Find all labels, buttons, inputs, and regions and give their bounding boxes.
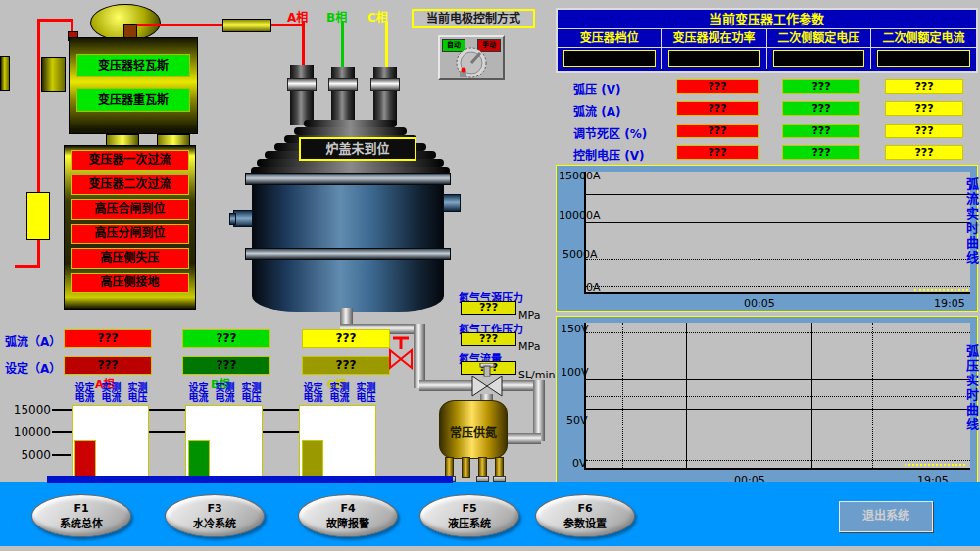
arc-voltage-trend-chart: 150V 100V 50V 0V 00:05 19:05 弧压实时曲线 [556,316,978,490]
y-tick: 5000A [563,248,598,261]
electrode-clamp-c [370,78,400,91]
col-header: 实测电流 [328,383,351,403]
pipe-segment [419,380,476,391]
fkey-label: F6 [536,502,634,515]
fkey-label: F4 [299,502,397,515]
setpoint-a: ??? [64,356,152,375]
param-value-box [564,50,656,67]
gridline [586,332,970,333]
tank-leg [462,457,470,478]
alarm-lamp-voltage-loss: 高压侧失压 [71,248,189,269]
phase-a-label: A相 [287,8,308,25]
alarm-lamp-breaker-open: 高压分闸到位 [71,224,189,244]
transformer-light-gas-lamp: 变压器轻瓦斯 [76,54,190,77]
electrode-c [373,67,397,125]
params-table-title: 当前变压器工作参数 [558,10,976,29]
bar-panel-c [299,405,376,477]
manual-valve-icon[interactable] [388,335,414,371]
transformer-terminal [123,24,137,38]
gridline [586,222,970,223]
gridline [586,460,970,461]
transformer-bushing [41,57,66,92]
phase-c-drop-wire [385,22,388,71]
params-table-values [558,48,976,69]
setpoint-c: ??? [302,356,390,375]
arc-current-trend-chart: 15000A 10000A 5000A 0A 00:05 19:05 弧流实时曲… [556,165,978,312]
arc-voltage-label: 弧压 (V) [573,80,620,97]
fbtn-label: 参数设置 [536,515,634,530]
arc-current-a: ??? [64,329,152,348]
arc-voltage-trend-title: 弧压实时曲线 [962,344,980,470]
tank-leg [478,457,487,478]
bar-panel-a [72,405,149,477]
mode-selector-knob[interactable] [454,44,489,79]
footer-button-f3-water-cooling[interactable]: F3 水冷系统 [165,494,265,537]
trend-plot-area [584,323,970,470]
n2-working-pressure-value: ??? [461,332,516,346]
x-tick: 00:05 [744,297,775,310]
footer-button-f4-fault-alarm[interactable]: F4 故障报警 [298,494,398,537]
gridline [586,259,970,260]
alarm-lamp-ground-fault: 高压侧接地 [71,273,189,293]
col-header: 实测电流 [100,383,122,403]
col-apparent-power: 变压器视在功率 [662,29,767,47]
footer-button-f1-system-overview[interactable]: F1 系统总体 [31,494,131,537]
electrode-a [290,65,314,125]
alarm-lamp-primary-overcurrent: 变压器一次过流 [71,150,189,171]
exit-system-button[interactable]: 退出系统 [839,501,933,532]
col-tap-position: 变压器档位 [558,29,662,47]
bar-axis-tick: 5000 [10,448,51,462]
nitrogen-valve-icon[interactable] [469,363,505,398]
busbar [47,476,453,483]
axis-tick [52,454,71,456]
param-value-box [773,50,865,67]
arc-current-trace [914,289,968,291]
param-value-box [668,50,760,67]
gridline [586,396,970,397]
col-header: 实测电压 [126,383,149,403]
footer-button-f5-hydraulic-system[interactable]: F5 液压系统 [419,494,519,537]
y-tick: 0V [572,457,587,470]
hv-wire [37,240,40,268]
arc-current-b: ??? [182,329,270,348]
fbtn-label: 液压系统 [420,515,518,530]
furnace-vessel [252,175,444,312]
gridline [622,323,623,468]
arc-current-a-param: ??? [676,101,759,116]
control-mode-title: 当前电极控制方式 [412,9,535,28]
furnace-band [245,248,451,260]
arc-voltage-trace [905,464,965,466]
arc-voltage-b: ??? [782,79,860,94]
col-header: 设定电流 [74,383,96,403]
furnace-nozzle-left-cap [229,213,236,225]
disconnector-switch [26,192,50,240]
alarm-lamp-secondary-overcurrent: 变压器二次过流 [71,175,189,195]
hv-wire [37,19,74,22]
arc-current-trend-title: 弧流实时曲线 [962,177,980,303]
col-header: 实测电流 [214,383,236,403]
bar-phase-a [74,440,96,476]
transformer-body [69,37,198,134]
param-value-box [877,50,970,67]
fkey-label: F3 [166,502,264,515]
nitrogen-tank: 常压供氮 [439,400,508,459]
deadband-label: 调节死区 (%) [573,125,647,141]
phase-a-drop-wire [302,22,305,69]
deadband-a: ??? [676,124,759,138]
alarm-lamp-breaker-closed: 高压合闸到位 [71,199,189,220]
col-header: 设定电流 [187,383,210,403]
bottom-strip [0,546,980,551]
footer-button-f6-parameter-settings[interactable]: F6 参数设置 [535,494,635,537]
deadband-c: ??? [885,124,963,138]
electrode-clamp-a [287,78,317,91]
col-header: 实测电压 [355,383,377,403]
gridline [811,323,812,468]
gridline [872,323,873,468]
gridline [586,409,970,410]
col-rated-voltage: 二次侧额定电压 [767,29,872,47]
arc-current-c: ??? [302,329,390,348]
y-tick: 15000A [559,170,601,182]
y-tick: 0A [586,281,601,294]
n2-working-pressure-unit: MPa [518,340,540,353]
pipe-segment [502,433,541,444]
